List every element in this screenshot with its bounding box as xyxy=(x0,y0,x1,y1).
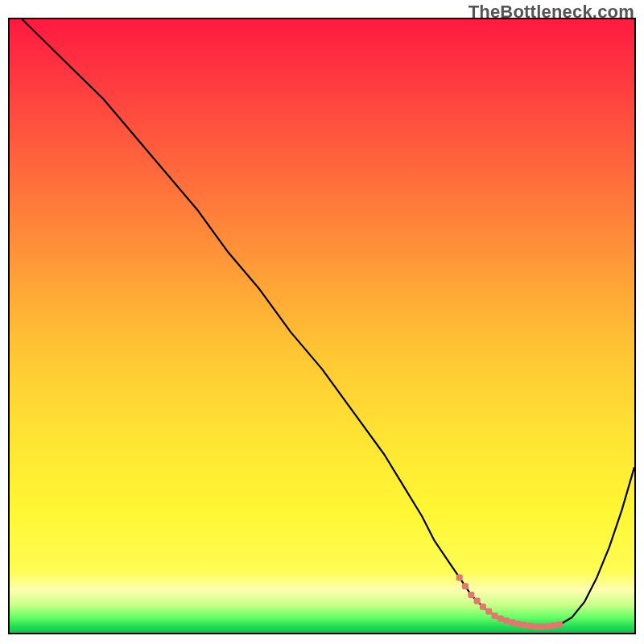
svg-rect-14 xyxy=(533,623,539,630)
svg-rect-7 xyxy=(492,613,498,619)
svg-rect-8 xyxy=(497,616,504,622)
svg-rect-3 xyxy=(468,592,474,598)
bottleneck-curve xyxy=(10,19,634,633)
svg-rect-6 xyxy=(485,609,492,615)
minimum-highlight xyxy=(456,574,563,630)
svg-rect-13 xyxy=(526,623,533,630)
svg-rect-16 xyxy=(544,623,551,630)
chart-container: TheBottleneck.com xyxy=(0,0,644,644)
svg-rect-4 xyxy=(474,598,481,605)
svg-rect-1 xyxy=(456,574,463,580)
watermark-text: TheBottleneck.com xyxy=(469,2,634,23)
svg-rect-10 xyxy=(509,619,515,625)
svg-rect-2 xyxy=(462,583,469,589)
svg-rect-9 xyxy=(503,617,510,624)
svg-rect-18 xyxy=(556,621,563,628)
svg-rect-15 xyxy=(539,623,545,630)
plot-area xyxy=(8,18,636,634)
svg-rect-12 xyxy=(521,622,527,629)
svg-rect-11 xyxy=(515,621,522,627)
svg-rect-17 xyxy=(551,622,557,629)
svg-rect-5 xyxy=(480,604,486,610)
